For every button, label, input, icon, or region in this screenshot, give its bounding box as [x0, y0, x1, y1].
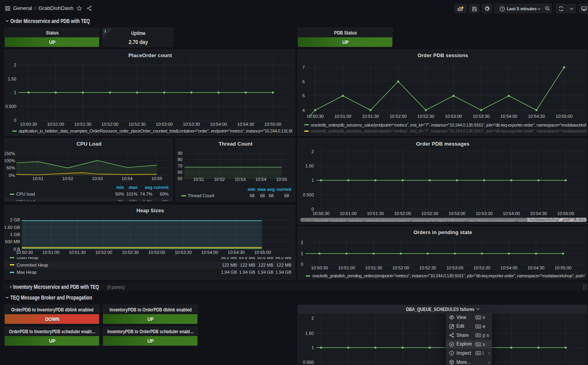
svg-text:10:55:00: 10:55:00	[254, 250, 271, 254]
svg-text:10:51:30: 10:51:30	[69, 250, 86, 254]
svg-text:10:52:00: 10:52:00	[101, 122, 118, 127]
svg-text:10:52:00: 10:52:00	[392, 265, 409, 270]
svg-text:0%: 0%	[9, 173, 15, 178]
svg-text:10:55: 10:55	[151, 176, 162, 181]
svg-text:2: 2	[14, 63, 16, 67]
svg-text:10:53:30: 10:53:30	[473, 114, 490, 119]
svg-text:10:54:30: 10:54:30	[528, 114, 545, 119]
svg-text:1: 1	[311, 345, 314, 350]
svg-text:1.50 GB: 1.50 GB	[5, 225, 20, 229]
svg-text:10:52:30: 10:52:30	[417, 114, 434, 119]
svg-text:10:51:00: 10:51:00	[42, 250, 59, 254]
svg-text:10:52:30: 10:52:30	[419, 265, 436, 270]
svg-text:0.500: 0.500	[5, 104, 16, 109]
svg-text:10:51:30: 10:51:30	[74, 122, 92, 127]
svg-text:50%: 50%	[6, 165, 15, 170]
svg-text:0: 0	[301, 262, 303, 267]
svg-text:60: 60	[178, 170, 182, 175]
svg-text:10:50:30: 10:50:30	[20, 122, 37, 127]
svg-text:10:52:30: 10:52:30	[122, 250, 139, 254]
svg-text:1.50: 1.50	[8, 77, 16, 81]
svg-text:10:51:00: 10:51:00	[338, 265, 355, 270]
svg-text:10:55:00: 10:55:00	[555, 265, 572, 270]
svg-text:10:53:00: 10:53:00	[449, 211, 466, 216]
svg-text:10:50:30: 10:50:30	[16, 250, 33, 254]
svg-text:5: 5	[302, 93, 305, 98]
svg-text:10:53: 10:53	[92, 176, 103, 181]
svg-text:10:50:30: 10:50:30	[311, 265, 328, 270]
svg-text:2: 2	[311, 316, 314, 321]
svg-text:10:52:00: 10:52:00	[389, 114, 407, 119]
svg-text:10:52: 10:52	[62, 176, 73, 181]
svg-text:2: 2	[311, 149, 314, 154]
svg-text:10:53:30: 10:53:30	[473, 265, 491, 270]
svg-text:10:54:00: 10:54:00	[500, 265, 517, 270]
svg-text:10:53:30: 10:53:30	[475, 211, 493, 216]
svg-text:10:55:00: 10:55:00	[557, 211, 574, 216]
svg-text:10:54:30: 10:54:30	[237, 122, 254, 127]
svg-text:10:54:30: 10:54:30	[530, 211, 547, 216]
svg-text:500 MB: 500 MB	[5, 239, 20, 244]
svg-text:100%: 100%	[5, 158, 15, 163]
svg-text:1: 1	[311, 178, 314, 182]
svg-text:2: 2	[301, 240, 303, 245]
svg-text:2 GB: 2 GB	[10, 217, 20, 222]
svg-text:10:51:30: 10:51:30	[365, 265, 382, 270]
svg-text:10:54: 10:54	[122, 176, 133, 181]
svg-text:10:51:00: 10:51:00	[340, 211, 357, 216]
svg-text:4: 4	[302, 108, 305, 113]
svg-text:10:54:30: 10:54:30	[228, 250, 245, 254]
svg-text:10:51:30: 10:51:30	[367, 211, 384, 216]
svg-text:10:54:00: 10:54:00	[500, 114, 517, 119]
svg-text:10:54:00: 10:54:00	[201, 250, 218, 254]
svg-text:70: 70	[178, 163, 182, 168]
svg-text:0.500: 0.500	[303, 359, 314, 364]
svg-text:10:55:00: 10:55:00	[556, 114, 573, 119]
svg-text:10:51:00: 10:51:00	[47, 122, 64, 127]
svg-text:10:52:30: 10:52:30	[129, 122, 146, 127]
svg-text:10:51: 10:51	[32, 176, 44, 181]
svg-text:1: 1	[14, 90, 16, 95]
svg-text:150%: 150%	[5, 151, 15, 156]
svg-text:10:52:30: 10:52:30	[421, 211, 438, 216]
svg-text:50: 50	[178, 176, 182, 181]
svg-text:10:54:00: 10:54:00	[503, 211, 520, 216]
svg-text:10:53:30: 10:53:30	[183, 122, 200, 127]
svg-text:10:52:00: 10:52:00	[95, 250, 113, 254]
svg-text:1.50: 1.50	[305, 330, 314, 335]
svg-text:10:53:00: 10:53:00	[445, 114, 462, 119]
svg-text:0.500: 0.500	[303, 192, 314, 197]
svg-text:1.50: 1.50	[305, 163, 314, 168]
svg-text:10:53:00: 10:53:00	[446, 265, 463, 270]
svg-text:90: 90	[178, 151, 182, 156]
svg-text:80: 80	[178, 157, 182, 162]
svg-text:10:53:00: 10:53:00	[148, 250, 165, 254]
svg-text:10:54:00: 10:54:00	[210, 122, 227, 127]
svg-text:10:51:00: 10:51:00	[334, 114, 351, 119]
svg-text:6: 6	[302, 79, 305, 84]
svg-text:10:53:00: 10:53:00	[156, 122, 173, 127]
svg-text:10:53:30: 10:53:30	[175, 250, 192, 254]
svg-text:10:50:30: 10:50:30	[313, 211, 330, 216]
svg-text:10:54:30: 10:54:30	[527, 265, 544, 270]
svg-text:7: 7	[302, 65, 305, 70]
svg-text:1 GB: 1 GB	[10, 232, 20, 237]
svg-text:0: 0	[14, 118, 16, 123]
svg-text:1: 1	[301, 251, 303, 256]
svg-text:10:52:00: 10:52:00	[394, 211, 411, 216]
svg-text:10:51:30: 10:51:30	[362, 114, 379, 119]
svg-text:10:55:00: 10:55:00	[264, 122, 281, 127]
